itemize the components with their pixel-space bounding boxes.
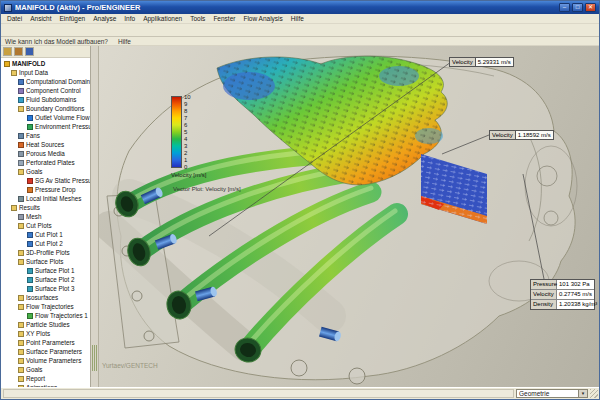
tree-item[interactable]: Results <box>1 203 90 212</box>
tree-item[interactable]: Particle Studies <box>1 320 90 329</box>
tree-item-label: Input Data <box>19 68 48 77</box>
tree-item[interactable]: Volume Parameters <box>1 356 90 365</box>
tree-item[interactable]: Heat Sources <box>1 140 90 149</box>
panel-sash[interactable] <box>91 46 99 387</box>
minimize-button[interactable]: – <box>559 3 570 12</box>
menu-item[interactable]: Analyse <box>89 14 120 23</box>
tree-item[interactable]: 3D-Profile Plots <box>1 248 90 257</box>
tree-item-label: Fans <box>26 131 40 140</box>
chevron-down-icon[interactable]: ▾ <box>578 390 587 397</box>
tree-item[interactable]: Surface Parameters <box>1 347 90 356</box>
legend-tick-value: 4 <box>184 136 191 142</box>
tree-item[interactable]: XY Plots <box>1 329 90 338</box>
maximize-button[interactable]: □ <box>572 3 583 12</box>
tree-item-label: Surface Plot 1 <box>35 266 75 275</box>
tree-toolbar-icon[interactable] <box>25 47 34 56</box>
tree-item[interactable]: Outlet Volume Flow 1 <box>1 113 90 122</box>
legend-tick-value: 3 <box>184 143 191 149</box>
resize-grip[interactable] <box>590 389 598 398</box>
tree-item-label: Isosurfaces <box>26 293 58 302</box>
tree-item-icon <box>18 358 24 364</box>
tree-item-label: Mesh <box>26 212 41 221</box>
tree-item[interactable]: Computational Domain <box>1 77 90 86</box>
tree-item-label: Particle Studies <box>26 320 70 329</box>
tree-item[interactable]: Goals <box>1 365 90 374</box>
tree-item-icon <box>18 196 24 202</box>
menu-item[interactable]: Info <box>120 14 139 23</box>
legend-label: Velocity [m/s] <box>171 172 241 178</box>
help-link[interactable]: Hilfe <box>118 37 131 45</box>
tree-item[interactable]: Local Initial Meshes <box>1 194 90 203</box>
menu-item[interactable]: Flow Analysis <box>239 14 286 23</box>
tree-item-label: Perforated Plates <box>26 158 75 167</box>
tree-item[interactable]: Cut Plots <box>1 221 90 230</box>
velocity-callout-1[interactable]: Velocity 5.29331 m/s <box>449 57 514 67</box>
tree-item[interactable]: Porous Media <box>1 149 90 158</box>
menu-item[interactable]: Fenster <box>209 14 239 23</box>
tree-item[interactable]: Surface Plot 3 <box>1 284 90 293</box>
tree-item[interactable]: Component Control <box>1 86 90 95</box>
close-button[interactable]: ✕ <box>585 3 596 12</box>
menu-item[interactable]: Tools <box>186 14 209 23</box>
help-question-link[interactable]: Wie kann ich das Modell aufbauen? <box>5 37 108 45</box>
tree-item[interactable]: Point Parameters <box>1 338 90 347</box>
menu-item[interactable]: Datei <box>3 14 26 23</box>
tree-toolbar-icon[interactable] <box>14 47 23 56</box>
tree-item[interactable]: Isosurfaces <box>1 293 90 302</box>
legend-tick-value: 0 <box>184 164 191 170</box>
tree-item[interactable]: Mesh <box>1 212 90 221</box>
menu-item[interactable]: Ansicht <box>26 14 55 23</box>
tree-item[interactable]: Fluid Subdomains <box>1 95 90 104</box>
tree-item-icon <box>18 349 24 355</box>
legend-tick-value: 2 <box>184 150 191 156</box>
sash-handle-icon[interactable] <box>92 345 97 371</box>
velocity-callout-2[interactable]: Velocity 1.18592 m/s <box>489 130 554 140</box>
tree-item-icon <box>27 178 33 184</box>
legend-tick-value: 8 <box>184 108 191 114</box>
tree-item-icon <box>18 376 24 382</box>
graphics-viewport[interactable]: 109876543210 Velocity [m/s] Vector Plot:… <box>99 46 599 387</box>
tree-item[interactable]: Input Data <box>1 68 90 77</box>
tree-item[interactable]: Surface Plot 2 <box>1 275 90 284</box>
selection-filter-combo[interactable]: Geometrie ▾ <box>516 389 588 398</box>
tree-item-icon <box>18 88 24 94</box>
tree-item-label: Cut Plot 2 <box>35 239 63 248</box>
tree-item[interactable]: Boundary Conditions <box>1 104 90 113</box>
tree-item[interactable]: Pressure Drop <box>1 185 90 194</box>
tree-item[interactable]: Environment Pressure 1 <box>1 122 90 131</box>
tree-item[interactable]: MANIFOLD <box>1 59 90 68</box>
tree-item-icon <box>18 223 24 229</box>
legend-color-bar[interactable] <box>171 96 182 168</box>
velocity-legend[interactable]: 109876543210 Velocity [m/s] Vector Plot:… <box>171 96 241 192</box>
tree-item[interactable]: Surface Plot 1 <box>1 266 90 275</box>
point-probe-table[interactable]: Pressure 101 302 Pa Velocity 0.27745 m/s… <box>530 279 595 310</box>
tree-item-label: Fluid Subdomains <box>26 95 76 104</box>
tree-item[interactable]: Perforated Plates <box>1 158 90 167</box>
tree-item-icon <box>11 205 17 211</box>
tree-item[interactable]: Report <box>1 374 90 383</box>
window-title: MANIFOLD (Aktiv) - Pro/ENGINEER <box>15 3 557 12</box>
menu-item[interactable]: Applikationen <box>139 14 186 23</box>
tree-item[interactable]: SG Av Static Pressure 1 <box>1 176 90 185</box>
tree-item[interactable]: Goals <box>1 167 90 176</box>
callout-parameter: Velocity <box>490 131 516 139</box>
tree-toolbar-icon[interactable] <box>3 47 12 56</box>
legend-tick-value: 1 <box>184 157 191 163</box>
tree-item-label: Outlet Volume Flow 1 <box>35 113 90 122</box>
tree-item[interactable]: Fans <box>1 131 90 140</box>
tree-item[interactable]: Surface Plots <box>1 257 90 266</box>
legend-tick-value: 7 <box>184 115 191 121</box>
tree-item[interactable]: Flow Trajectories 1 <box>1 311 90 320</box>
tree-toolbar <box>1 46 90 58</box>
menu-item[interactable]: Einfügen <box>56 14 90 23</box>
tree-item[interactable]: Cut Plot 2 <box>1 239 90 248</box>
tree-item-label: Surface Plot 3 <box>35 284 75 293</box>
legend-tick-value: 9 <box>184 101 191 107</box>
tree-item-icon <box>27 115 33 121</box>
tree-item[interactable]: Flow Trajectories <box>1 302 90 311</box>
tree-item[interactable]: Cut Plot 1 <box>1 230 90 239</box>
menu-item[interactable]: Hilfe <box>287 14 308 23</box>
tree-item-icon <box>18 151 24 157</box>
application-window: MANIFOLD (Aktiv) - Pro/ENGINEER – □ ✕ Da… <box>0 0 600 400</box>
legend-tick-value: 10 <box>184 94 191 100</box>
